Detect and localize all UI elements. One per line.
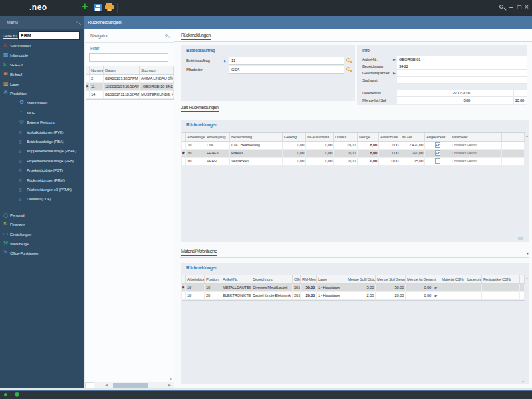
- checkbox[interactable]: [435, 142, 440, 148]
- scroll-right-icon[interactable]: ▶: [168, 383, 171, 387]
- navigator-title: Navigator: [90, 33, 108, 38]
- lookup-icon[interactable]: [346, 67, 350, 71]
- table-row[interactable]: 1020ELEKTRONIKTEILBauteil für die Elektr…: [182, 292, 525, 300]
- sidebar-item-r-ckmeldungen-e3-prmk-[interactable]: ▯Rückmeldungen e3 (PRMK): [0, 186, 84, 195]
- column-header[interactable]: Datum: [104, 66, 140, 74]
- scroll-up-icon[interactable]: ▲: [525, 276, 529, 280]
- pin-icon[interactable]: [165, 34, 168, 37]
- column-header[interactable]: Fertigartikel CSNr: [482, 275, 520, 283]
- drilldown-icon[interactable]: ▶: [434, 294, 437, 297]
- sidebar-item-produktion[interactable]: ⚙Produktion: [0, 90, 84, 99]
- save-icon[interactable]: [94, 4, 102, 11]
- checkbox[interactable]: [435, 150, 440, 156]
- column-header[interactable]: Umlauf: [334, 133, 358, 141]
- sidebar-item-verkauf[interactable]: $Verkauf: [0, 62, 84, 70]
- sidebar-item-office-funktionen[interactable]: ✎Office-Funktionen: [0, 250, 84, 259]
- sidebar-item-mde[interactable]: ◔MDE: [0, 110, 84, 118]
- column-header[interactable]: Gefertigt: [283, 133, 306, 141]
- sidebar-item-koppelbetriebsauftr-ge-pbak-[interactable]: ▯Koppelbetriebsaufträge (PBAK): [0, 148, 84, 156]
- sidebar-item-projektst-ckliste-pst-[interactable]: ▯Projektstückliste (PST): [0, 167, 84, 176]
- sidebar-item-einstellungen[interactable]: ▭Einstellungen: [0, 231, 84, 240]
- goto-input[interactable]: [18, 31, 80, 40]
- lookup-icon[interactable]: [346, 58, 350, 62]
- section-material-verbraeuche[interactable]: Material-Verbräuche: [181, 249, 217, 256]
- table-row[interactable]: 148/10/2017 11:18:52 AMMUSTERKUNDE; X-BO…: [86, 91, 173, 99]
- column-header[interactable]: Material CSNr: [440, 275, 466, 283]
- checkbox[interactable]: [435, 158, 440, 164]
- link-arrow-icon[interactable]: ▶: [393, 71, 396, 75]
- column-header[interactable]: Offen: [293, 275, 301, 283]
- sidebar-item-werkzeuge[interactable]: ⚒Werkzeuge: [0, 241, 84, 249]
- sidebar-item-lager[interactable]: ▥Lager: [0, 81, 84, 90]
- pin-icon[interactable]: [499, 5, 503, 9]
- column-header[interactable]: Abgewickelt: [425, 133, 450, 141]
- filter-input[interactable]: [89, 53, 168, 62]
- table-row[interactable]: ▶1010METALLBAUTEIL 4711Diverses Metallba…: [182, 284, 525, 292]
- column-header[interactable]: Bezeichnung: [230, 133, 283, 141]
- column-header[interactable]: Artikel-Nr.: [221, 275, 251, 283]
- column-header[interactable]: [502, 133, 525, 141]
- sidebar-item-vorkalkulationen-pvk-[interactable]: ▯Vorkalkulationen (PVK): [0, 129, 84, 138]
- column-header[interactable]: Menge Ist Gesamt: [406, 275, 440, 283]
- sidebar-item-projektbetriebsauftr-ge-prb-[interactable]: ▯Projektbetriebsaufträge (PRB): [0, 158, 84, 166]
- scroll-up-icon[interactable]: ▲: [525, 134, 529, 138]
- column-header[interactable]: Menge Soll Gesamt: [376, 275, 406, 283]
- tab-rueckmeldungen[interactable]: Rückmeldungen: [88, 19, 121, 25]
- column-header[interactable]: Ausschuss: [379, 133, 400, 141]
- section-zeit-rueckmeldungen[interactable]: Zeit-Rückmeldungen: [181, 105, 219, 112]
- add-icon[interactable]: +: [82, 1, 88, 13]
- scroll-down-icon[interactable]: ▼: [169, 377, 172, 381]
- sidebar-item-r-ckmeldungen-prm-[interactable]: ▯Rückmeldungen (PRM): [0, 177, 84, 186]
- field-value[interactable]: 11: [229, 57, 344, 65]
- sidebar-item-personal[interactable]: ◯Personal: [0, 212, 84, 221]
- cell: 0,00: [358, 158, 379, 165]
- sidebar-item-externe-fertigung[interactable]: ◎Externe Fertigung: [0, 119, 84, 128]
- column-header[interactable]: Arbeitsfolge: [186, 275, 205, 283]
- print-icon[interactable]: [105, 3, 114, 11]
- column-header[interactable]: Lager: [317, 275, 346, 283]
- minimize-icon[interactable]: –: [509, 3, 513, 12]
- sidebar-item-betriebsauftr-ge-pba-[interactable]: ▯Betriebsaufträge (PBA): [0, 138, 84, 147]
- table-row[interactable]: 28/24/2016 3:38:57 PMAXIMA LINDAU GMBH;: [86, 75, 173, 83]
- sidebar-item-stammdaten[interactable]: ⚙Stammdaten: [0, 100, 84, 108]
- scroll-up-icon[interactable]: ▲: [169, 74, 172, 78]
- sidebar-item-einkauf[interactable]: ⊞Einkauf: [0, 71, 84, 80]
- filter-icon[interactable]: [518, 237, 523, 240]
- column-header[interactable]: [520, 275, 525, 283]
- column-header[interactable]: Nummer: [90, 66, 104, 74]
- collapse-icon[interactable]: ▼: [526, 251, 529, 255]
- column-header[interactable]: Lagerorte: [466, 275, 482, 283]
- cell: 20,00: [376, 292, 406, 299]
- sidebar-item-finanzen[interactable]: $Finanzen: [0, 221, 84, 230]
- pin-icon[interactable]: [76, 21, 78, 23]
- drilldown-icon[interactable]: ▶: [434, 286, 437, 289]
- link-arrow-icon[interactable]: ▶: [224, 59, 227, 63]
- table-row[interactable]: ▶1112/22/2016 9:50:52 AM; GEORGE-10 34-2…: [86, 83, 173, 91]
- column-header[interactable]: Menge Soll / Stück: [346, 275, 376, 283]
- maximize-icon[interactable]: □: [517, 3, 521, 12]
- scroll-left-icon[interactable]: ◀: [105, 383, 108, 387]
- field-value[interactable]: CSA: [229, 66, 344, 74]
- tab-rueckmeldungen-inner[interactable]: Rückmeldungen: [181, 33, 211, 40]
- column-header[interactable]: Arbeitsfolge: [186, 133, 205, 141]
- close-icon[interactable]: ×: [525, 3, 529, 12]
- table-row[interactable]: ▶20FRAESFräsen0,000,000,008,001,00290,00…: [182, 150, 525, 158]
- table-row[interactable]: 30VERPVerpacken0,000,000,000,000,0015,00…: [182, 158, 525, 166]
- sidebar-item-plantafel-pp1-[interactable]: ▯Plantafel (PP1): [0, 196, 84, 204]
- sidebar-item-stammdaten[interactable]: ⌂Stammdaten: [0, 43, 84, 51]
- column-header[interactable]: Suchwort: [140, 66, 174, 74]
- scroll-down-icon[interactable]: ▼: [521, 380, 525, 384]
- column-header[interactable]: Ist-Ausschuss: [306, 133, 334, 141]
- link-arrow-icon[interactable]: ▶: [393, 57, 396, 61]
- tab-close-icon[interactable]: ×: [118, 19, 121, 25]
- column-header[interactable]: Mitarbeiter: [450, 133, 502, 141]
- column-header[interactable]: Bezeichnung: [251, 275, 293, 283]
- column-header[interactable]: RM-Menge: [301, 275, 317, 283]
- scrollbar-thumb[interactable]: [113, 383, 148, 388]
- column-header[interactable]: Ist-Zeit: [400, 133, 425, 141]
- sidebar-item-infomodule[interactable]: ▦Infomodule: [0, 52, 84, 61]
- table-row[interactable]: 10CNCCNC Bearbeitung0,000,0010,008,002,0…: [182, 142, 525, 150]
- column-header[interactable]: Position: [205, 275, 221, 283]
- column-header[interactable]: Arbeitsgang: [205, 133, 230, 141]
- column-header[interactable]: Menge: [358, 133, 379, 141]
